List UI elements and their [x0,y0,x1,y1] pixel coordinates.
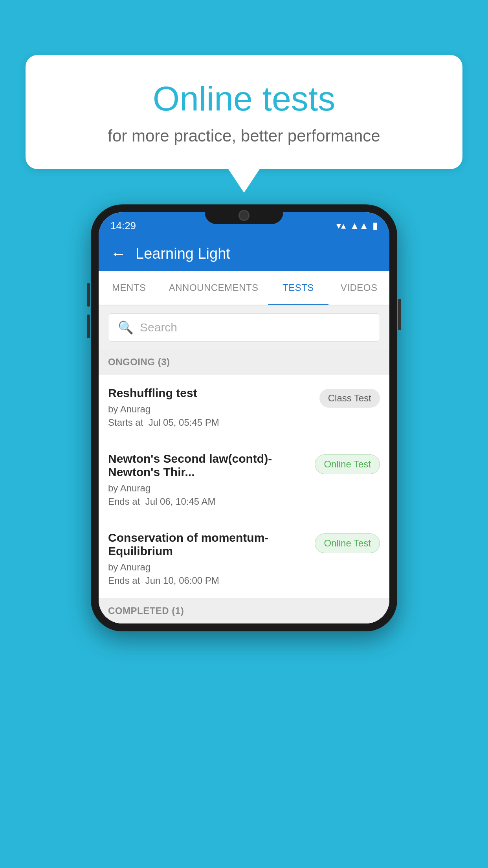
volume-up-button [87,283,90,307]
phone-notch [205,204,283,224]
test-time-value-0: Jul 05, 05:45 PM [149,417,219,428]
tab-announcements[interactable]: ANNOUNCEMENTS [160,271,268,305]
search-container: 🔍 Search [99,305,389,349]
speech-bubble-container: Online tests for more practice, better p… [26,55,462,193]
tabs-container: MENTS ANNOUNCEMENTS TESTS VIDEOS [99,271,389,305]
test-author-0: by Anurag [108,404,313,415]
test-item-2[interactable]: Conservation of momentum-Equilibrium by … [99,519,389,598]
volume-down-button [87,314,90,338]
test-time-label-0: Starts at [108,417,143,428]
test-badge-2: Online Test [315,533,380,553]
front-camera [238,210,250,221]
phone-frame: 14:29 ▾▴ ▲▲ ▮ ← Learning Light MENTS ANN… [91,204,397,631]
battery-icon: ▮ [372,220,378,231]
speech-bubble-subtitle: for more practice, better performance [57,127,431,145]
tab-assignments[interactable]: MENTS [99,271,160,305]
test-badge-0: Class Test [319,389,380,408]
test-time-0: Starts at Jul 05, 05:45 PM [108,417,313,428]
ongoing-section-title: ONGOING (3) [108,357,170,367]
test-time-label-2: Ends at [108,575,140,586]
search-box[interactable]: 🔍 Search [108,313,380,342]
test-time-value-1: Jul 06, 10:45 AM [145,496,216,507]
app-header: ← Learning Light [99,236,389,271]
test-time-label-1: Ends at [108,496,140,507]
test-info-0: Reshuffling test by Anurag Starts at Jul… [108,386,313,428]
test-list: Reshuffling test by Anurag Starts at Jul… [99,375,389,598]
speech-bubble-arrow [228,169,260,193]
test-name-2: Conservation of momentum-Equilibrium [108,531,308,558]
test-item-0[interactable]: Reshuffling test by Anurag Starts at Jul… [99,375,389,440]
search-input[interactable]: Search [140,321,177,334]
completed-section-title: COMPLETED (1) [108,605,184,616]
test-badge-1: Online Test [315,454,380,474]
status-time: 14:29 [110,220,136,232]
status-icons: ▾▴ ▲▲ ▮ [336,220,378,231]
test-info-2: Conservation of momentum-Equilibrium by … [108,531,308,586]
phone-container: 14:29 ▾▴ ▲▲ ▮ ← Learning Light MENTS ANN… [91,204,397,631]
back-button[interactable]: ← [110,245,126,263]
power-button [398,299,401,330]
test-time-2: Ends at Jun 10, 06:00 PM [108,575,308,586]
test-name-1: Newton's Second law(contd)-Newton's Thir… [108,452,308,479]
speech-bubble-title: Online tests [57,79,431,119]
test-info-1: Newton's Second law(contd)-Newton's Thir… [108,452,308,507]
tab-tests[interactable]: TESTS [268,271,329,305]
tab-videos[interactable]: VIDEOS [328,271,389,305]
test-author-1: by Anurag [108,483,308,494]
speech-bubble: Online tests for more practice, better p… [26,55,462,169]
ongoing-section-header: ONGOING (3) [99,349,389,375]
search-icon: 🔍 [118,320,134,335]
test-time-1: Ends at Jul 06, 10:45 AM [108,496,308,507]
signal-icon: ▲▲ [350,220,369,231]
test-author-2: by Anurag [108,562,308,573]
wifi-icon: ▾▴ [336,220,346,231]
completed-section-header: COMPLETED (1) [99,598,389,623]
test-item-1[interactable]: Newton's Second law(contd)-Newton's Thir… [99,440,389,519]
app-title: Learning Light [136,245,230,262]
test-time-value-2: Jun 10, 06:00 PM [145,575,219,586]
phone-screen: 14:29 ▾▴ ▲▲ ▮ ← Learning Light MENTS ANN… [99,212,389,623]
test-name-0: Reshuffling test [108,386,313,400]
